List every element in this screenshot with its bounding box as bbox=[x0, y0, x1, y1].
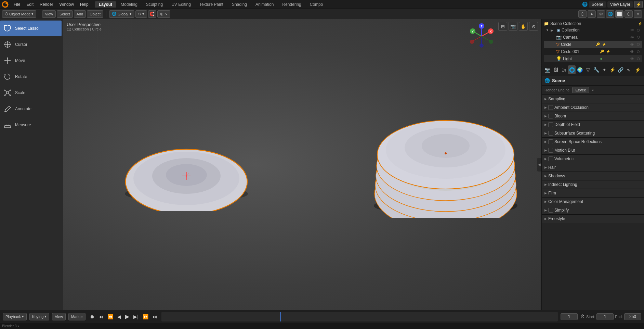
ao-checkbox[interactable] bbox=[548, 105, 553, 110]
sss-header[interactable]: ▶ Subsurface Scattering bbox=[542, 129, 644, 137]
prop-output-icon[interactable]: 🖼 bbox=[552, 65, 560, 74]
prop-constraints-icon[interactable]: 🔗 bbox=[617, 65, 625, 74]
tab-layout[interactable]: Layout bbox=[95, 1, 116, 8]
sampling-header[interactable]: ▶ Sampling bbox=[542, 95, 644, 103]
indirect-header[interactable]: ▶ Indirect Lighting bbox=[542, 180, 644, 189]
simplify-header[interactable]: ▶ Simplify bbox=[542, 206, 644, 214]
prev-keyframe-btn[interactable]: ⏪ bbox=[106, 313, 115, 320]
prev-frame-btn[interactable]: ◀ bbox=[116, 313, 122, 320]
film-header[interactable]: ▶ Film bbox=[542, 189, 644, 197]
view-layer[interactable]: View Layer bbox=[607, 1, 633, 8]
collection-item-collection[interactable]: ▼ ▶ ▣ Collection 👁 ⬡ bbox=[544, 27, 642, 34]
world-btn[interactable]: 🌐 bbox=[606, 10, 614, 18]
dof-checkbox[interactable] bbox=[548, 122, 553, 127]
bloom-header[interactable]: ▶ Bloom bbox=[542, 112, 644, 120]
color-mgmt-header[interactable]: ▶ Color Management bbox=[542, 198, 644, 206]
proportional-btn[interactable]: ◎ ∿ bbox=[157, 10, 170, 18]
render-engine-dropdown[interactable]: ▾ bbox=[592, 88, 594, 92]
marker-btn[interactable]: Marker bbox=[68, 313, 86, 320]
collection-render-icon[interactable]: ⬡ bbox=[637, 28, 640, 32]
help-menu[interactable]: Help bbox=[77, 1, 91, 8]
prop-scene-icon[interactable]: 🌐 bbox=[568, 65, 576, 74]
ambient-occlusion-header[interactable]: ▶ Ambient Occlusion bbox=[542, 103, 644, 112]
tool-move[interactable]: Move bbox=[0, 53, 62, 68]
collection-visibility-icon[interactable]: 👁 bbox=[630, 28, 634, 32]
prop-particles-icon[interactable]: ✦ bbox=[601, 65, 608, 74]
tab-animation[interactable]: Animation bbox=[251, 1, 278, 8]
tool-measure[interactable]: Measure bbox=[0, 117, 62, 133]
next-frame-btn[interactable]: ▶| bbox=[132, 313, 140, 320]
viewport-shading-btn[interactable]: ⬡ bbox=[578, 10, 587, 18]
play-btn[interactable]: ▶ bbox=[124, 313, 131, 320]
bloom-checkbox[interactable] bbox=[548, 114, 553, 118]
circle-render-icon[interactable]: ⬡ bbox=[637, 42, 640, 46]
edit-menu[interactable]: Edit bbox=[24, 1, 36, 8]
prop-render-icon[interactable]: 📷 bbox=[544, 65, 551, 74]
scene-name[interactable]: Scene bbox=[589, 1, 606, 8]
current-frame-input[interactable]: 1 bbox=[561, 313, 578, 320]
skip-start-btn[interactable]: ⏮ bbox=[97, 313, 105, 320]
ssr-checkbox[interactable] bbox=[548, 139, 553, 144]
next-keyframe-btn[interactable]: ⏩ bbox=[141, 313, 150, 320]
add-btn[interactable]: Add bbox=[74, 10, 86, 18]
collection-item-camera[interactable]: 📷 Camera 👁 ⬡ bbox=[544, 34, 642, 41]
tab-rendering[interactable]: Rendering bbox=[278, 1, 305, 8]
circle001-visibility-icon[interactable]: 👁 bbox=[630, 50, 634, 54]
hair-header[interactable]: ▶ Hair bbox=[542, 163, 644, 172]
gizmo-widget[interactable]: Z X Y bbox=[468, 23, 488, 43]
gizmo-btn[interactable]: ⚙ bbox=[597, 10, 605, 18]
start-frame-input[interactable]: 1 bbox=[596, 313, 614, 320]
pivot-btn[interactable]: ⊙ ▾ bbox=[135, 10, 147, 18]
prop-modifier-icon[interactable]: 🔧 bbox=[592, 65, 600, 74]
tab-uv-editing[interactable]: UV Editing bbox=[167, 1, 195, 8]
filter-icon[interactable]: ⚡ bbox=[638, 22, 642, 26]
prop-view-layer-icon[interactable]: 🗂 bbox=[560, 65, 567, 74]
render-menu[interactable]: Render bbox=[37, 1, 56, 8]
prop-data-icon[interactable]: ∿ bbox=[625, 65, 632, 74]
timeline-bar[interactable] bbox=[161, 312, 558, 321]
file-menu[interactable]: File bbox=[11, 1, 23, 8]
side-panel-toggle[interactable]: ◀ bbox=[537, 158, 541, 172]
walk-btn[interactable]: ✋ bbox=[519, 22, 528, 31]
tab-sculpting[interactable]: Sculpting bbox=[142, 1, 167, 8]
object-mode-btn[interactable]: ⬡ Object Mode ▾ bbox=[2, 10, 36, 18]
tab-shading[interactable]: Shading bbox=[228, 1, 251, 8]
timeline-view-btn[interactable]: View bbox=[52, 313, 66, 320]
3d-scene[interactable]: User Perspective (1) Collection | Circle… bbox=[63, 19, 541, 310]
shadows-header[interactable]: ▶ Shadows bbox=[542, 172, 644, 180]
render-engine-value[interactable]: Eevee bbox=[572, 87, 589, 93]
camera-view-btn[interactable]: 📷 bbox=[509, 22, 517, 31]
light-render-icon[interactable]: ⬡ bbox=[637, 57, 640, 61]
rendered-preview[interactable]: ☀ bbox=[634, 10, 642, 18]
tool-select-lasso[interactable]: Select Lasso bbox=[0, 21, 62, 36]
circle001-render-icon[interactable]: ⬡ bbox=[637, 50, 640, 53]
keying-btn[interactable]: Keying ▾ bbox=[29, 313, 50, 320]
tool-scale[interactable]: Scale bbox=[0, 85, 62, 101]
collection-item-circle001[interactable]: ▽ Circle.001 🔑 ⚡ 👁 ⬡ bbox=[544, 48, 642, 55]
filter-icon[interactable]: ⚡ bbox=[634, 1, 643, 8]
dof-header[interactable]: ▶ Depth of Field bbox=[542, 121, 644, 129]
prop-physics-icon[interactable]: ⚡ bbox=[609, 65, 616, 74]
sss-checkbox[interactable] bbox=[548, 131, 553, 136]
collection-item-light[interactable]: 💡 Light ● 👁 ⬡ bbox=[544, 55, 642, 62]
camera-visibility-icon[interactable]: 👁 bbox=[630, 35, 634, 39]
mb-checkbox[interactable] bbox=[548, 148, 553, 153]
window-menu[interactable]: Window bbox=[56, 1, 77, 8]
motion-blur-header[interactable]: ▶ Motion Blur bbox=[542, 146, 644, 154]
playback-btn[interactable]: Playback ▾ bbox=[3, 313, 27, 320]
tab-texture-paint[interactable]: Texture Paint bbox=[195, 1, 227, 8]
tab-modeling[interactable]: Modeling bbox=[117, 1, 142, 8]
tool-annotate[interactable]: Annotate bbox=[0, 101, 62, 117]
object-btn[interactable]: Object bbox=[87, 10, 103, 18]
collection-item-circle[interactable]: ▽ Circle 🔑 ⚡ 👁 ⬡ bbox=[544, 41, 642, 48]
record-btn[interactable]: ⏺ bbox=[88, 313, 96, 320]
camera-render-icon[interactable]: ⬡ bbox=[637, 35, 640, 39]
light-visibility-icon[interactable]: 👁 bbox=[630, 57, 634, 61]
tool-rotate[interactable]: Rotate bbox=[0, 69, 62, 85]
volumetric-header[interactable]: ▶ Volumetric bbox=[542, 155, 644, 163]
freestyle-header[interactable]: ▶ Freestyle bbox=[542, 215, 644, 223]
prop-object-icon[interactable]: ▽ bbox=[584, 65, 592, 74]
viewport-overlay-btn[interactable]: ● bbox=[588, 10, 596, 18]
circle-visibility-icon[interactable]: 👁 bbox=[630, 42, 634, 47]
filter-properties-icon[interactable]: ⚡ bbox=[633, 65, 642, 74]
